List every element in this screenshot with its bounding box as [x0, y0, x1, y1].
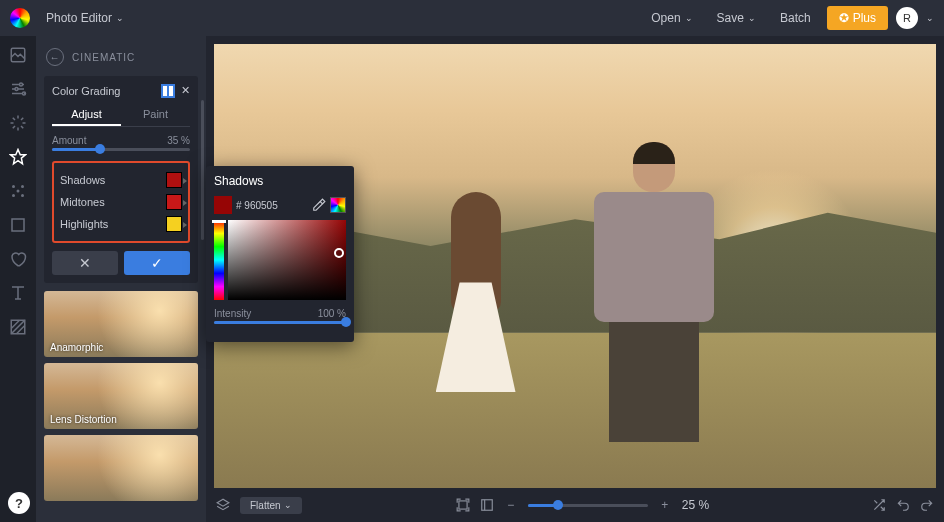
preset-item[interactable]: [44, 435, 198, 501]
subject-man: [589, 142, 719, 452]
chevron-down-icon: ⌄: [284, 500, 292, 510]
preset-label: Lens Distortion: [50, 414, 117, 425]
svg-rect-11: [163, 86, 167, 96]
hex-input[interactable]: # 960505: [236, 200, 308, 211]
saturation-field[interactable]: [228, 220, 346, 300]
midtones-label: Midtones: [60, 196, 105, 208]
subject-woman: [431, 192, 521, 452]
texture-tool-icon[interactable]: [9, 318, 27, 336]
card-title: Color Grading: [52, 85, 120, 97]
svg-point-6: [12, 194, 15, 197]
open-menu[interactable]: Open⌄: [643, 7, 700, 29]
svg-point-5: [21, 185, 24, 188]
zoom-out-button[interactable]: −: [504, 498, 518, 512]
help-button[interactable]: ?: [8, 492, 30, 514]
amount-slider[interactable]: [52, 148, 190, 151]
color-grading-card: Color Grading ✕ Adjust Paint Amount 35 %: [44, 76, 198, 283]
tab-paint[interactable]: Paint: [121, 104, 190, 126]
image-tool-icon[interactable]: [9, 46, 27, 64]
bottom-bar: Flatten ⌄ − + 25 %: [206, 488, 944, 522]
tool-rail: [0, 36, 36, 522]
compare-icon[interactable]: [161, 84, 175, 98]
tabs: Adjust Paint: [52, 104, 190, 127]
chevron-down-icon: ⌄: [748, 13, 756, 23]
picker-title: Shadows: [214, 174, 346, 188]
star-tool-icon[interactable]: [9, 148, 27, 166]
chevron-down-icon: ⌄: [685, 13, 693, 23]
app-title-dropdown[interactable]: Photo Editor ⌄: [38, 7, 132, 29]
svg-rect-9: [12, 219, 24, 231]
nodes-tool-icon[interactable]: [9, 182, 27, 200]
color-cursor[interactable]: [334, 248, 344, 258]
preset-anamorphic[interactable]: Anamorphic: [44, 291, 198, 357]
highlights-row[interactable]: Highlights: [60, 213, 182, 235]
svg-point-4: [12, 185, 15, 188]
plus-label: Plus: [853, 11, 876, 25]
svg-point-2: [15, 88, 18, 91]
current-color-swatch: [214, 196, 232, 214]
preset-lens-distortion[interactable]: Lens Distortion: [44, 363, 198, 429]
batch-button[interactable]: Batch: [772, 7, 819, 29]
preset-list: Anamorphic Lens Distortion: [36, 291, 206, 501]
highlights-swatch[interactable]: [166, 216, 182, 232]
main-area: ← CINEMATIC Color Grading ✕ Adjust Paint…: [0, 36, 944, 522]
top-bar: Photo Editor ⌄ Open⌄ Save⌄ Batch ✪ Plus …: [0, 0, 944, 36]
panel-header: ← CINEMATIC: [36, 44, 206, 76]
highlights-label: Highlights: [60, 218, 108, 230]
flatten-label: Flatten: [250, 500, 281, 511]
adjust-tool-icon[interactable]: [9, 80, 27, 98]
color-picker-popover: Shadows # 960505 Intensity 100 %: [206, 166, 354, 342]
fit-icon[interactable]: [456, 498, 470, 512]
amount-value: 35 %: [167, 135, 190, 146]
zoom-slider[interactable]: [528, 504, 648, 507]
zoom-value: 25 %: [682, 498, 718, 512]
shadows-label: Shadows: [60, 174, 105, 186]
back-button[interactable]: ←: [46, 48, 64, 66]
intensity-slider[interactable]: [214, 321, 346, 324]
redo-icon[interactable]: [920, 498, 934, 512]
svg-point-1: [20, 83, 23, 86]
svg-rect-14: [482, 500, 493, 511]
star-icon: ✪: [839, 11, 849, 25]
plus-upgrade-button[interactable]: ✪ Plus: [827, 6, 888, 30]
intensity-label: Intensity: [214, 308, 251, 319]
hue-slider[interactable]: [214, 220, 224, 300]
sparkle-tool-icon[interactable]: [9, 114, 27, 132]
chevron-down-icon[interactable]: ⌄: [926, 13, 934, 23]
user-avatar[interactable]: R: [896, 7, 918, 29]
actual-size-icon[interactable]: [480, 498, 494, 512]
app-title: Photo Editor: [46, 11, 112, 25]
svg-point-8: [17, 190, 20, 193]
cancel-button[interactable]: ✕: [52, 251, 118, 275]
svg-rect-12: [169, 86, 173, 96]
heart-tool-icon[interactable]: [9, 250, 27, 268]
shuffle-icon[interactable]: [872, 498, 886, 512]
color-rows-highlight: Shadows Midtones Highlights: [52, 161, 190, 243]
midtones-row[interactable]: Midtones: [60, 191, 182, 213]
tab-adjust[interactable]: Adjust: [52, 104, 121, 126]
zoom-in-button[interactable]: +: [658, 498, 672, 512]
open-label: Open: [651, 11, 680, 25]
midtones-swatch[interactable]: [166, 194, 182, 210]
flatten-button[interactable]: Flatten ⌄: [240, 497, 302, 514]
app-logo-icon: [10, 8, 30, 28]
side-panel: ← CINEMATIC Color Grading ✕ Adjust Paint…: [36, 36, 206, 522]
chevron-down-icon: ⌄: [116, 13, 124, 23]
shadows-swatch[interactable]: [166, 172, 182, 188]
undo-icon[interactable]: [896, 498, 910, 512]
save-menu[interactable]: Save⌄: [709, 7, 764, 29]
save-label: Save: [717, 11, 744, 25]
scrollbar[interactable]: [201, 100, 204, 240]
confirm-button[interactable]: ✓: [124, 251, 190, 275]
frame-tool-icon[interactable]: [9, 216, 27, 234]
eyedropper-icon[interactable]: [312, 198, 326, 212]
svg-point-7: [21, 194, 24, 197]
batch-label: Batch: [780, 11, 811, 25]
preset-label: Anamorphic: [50, 342, 103, 353]
layers-icon[interactable]: [216, 498, 230, 512]
shadows-row[interactable]: Shadows: [60, 169, 182, 191]
color-mode-icon[interactable]: [330, 197, 346, 213]
text-tool-icon[interactable]: [9, 284, 27, 302]
close-icon[interactable]: ✕: [181, 84, 190, 98]
breadcrumb: CINEMATIC: [72, 52, 135, 63]
